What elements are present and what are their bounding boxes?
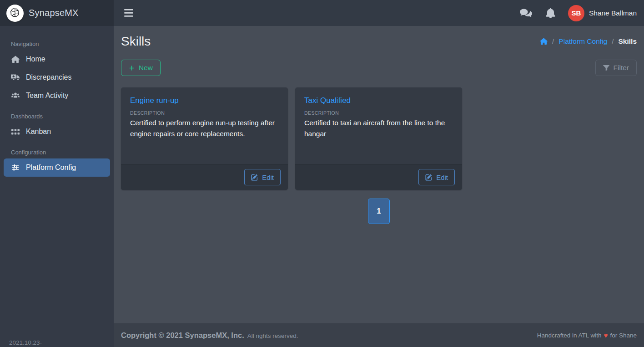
brand-link[interactable]: SynapseMX — [0, 0, 114, 26]
brain-logo-icon — [6, 5, 24, 22]
sidebar-item-label: Team Activity — [26, 92, 68, 100]
footer-handcrafted-post: for Shane — [610, 332, 637, 339]
skill-card-body: Engine run-up DESCRIPTION Certified to p… — [121, 87, 288, 164]
plus-icon — [129, 65, 135, 71]
skill-description: Certified to taxi an aircraft from the l… — [304, 117, 453, 139]
sidebar-section-configuration: Configuration — [11, 149, 103, 156]
sidebar-item-label: Platform Config — [26, 163, 76, 172]
content-area: Skills / Platform Config / Skills — [114, 26, 644, 323]
messages-icon[interactable] — [520, 8, 532, 18]
description-field-label: DESCRIPTION — [130, 110, 279, 116]
title-row: Skills / Platform Config / Skills — [121, 34, 637, 48]
sidebar-section-navigation: Navigation — [11, 41, 103, 47]
filter-funnel-icon — [603, 65, 609, 71]
skill-card-title-link[interactable]: Engine run-up — [130, 96, 179, 105]
sidebar-item-team-activity[interactable]: Team Activity — [0, 87, 114, 105]
main-area: Skills / Platform Config / Skills — [114, 26, 644, 347]
breadcrumb-separator: / — [552, 37, 554, 46]
footer: Copyright © 2021 SynapseMX, Inc. All rig… — [114, 323, 644, 347]
sidebar-item-label: Discrepancies — [26, 73, 71, 82]
user-name[interactable]: Shane Ballman — [589, 9, 637, 17]
edit-button[interactable]: Edit — [418, 169, 455, 185]
pagination-page-1-button[interactable]: 1 — [368, 199, 390, 224]
sidebar-item-label: Kanban — [26, 128, 51, 136]
footer-left: Copyright © 2021 SynapseMX, Inc. All rig… — [121, 331, 298, 340]
breadcrumb-separator: / — [612, 37, 614, 46]
breadcrumb-link-platform-config[interactable]: Platform Config — [558, 37, 607, 46]
brand-name: SynapseMX — [29, 8, 79, 18]
pen-square-icon — [251, 174, 258, 181]
breadcrumb: / Platform Config / Skills — [540, 37, 637, 46]
skill-description: Certified to perform engine run-up testi… — [130, 117, 279, 139]
notifications-bell-icon[interactable] — [546, 8, 555, 19]
sidebar: Navigation Home Discrepancies — [0, 26, 114, 347]
edit-button-label: Edit — [262, 174, 274, 181]
skill-card-title-link[interactable]: Taxi Qualified — [304, 96, 351, 105]
pagination: 1 — [121, 199, 637, 224]
description-field-label: DESCRIPTION — [304, 110, 453, 116]
grid-cells-icon — [11, 128, 20, 135]
edit-button[interactable]: Edit — [244, 169, 281, 185]
header-bar: SB Shane Ballman — [114, 0, 644, 26]
breadcrumb-home-icon[interactable] — [540, 38, 548, 45]
page-title: Skills — [121, 34, 151, 48]
pen-square-icon — [425, 174, 432, 181]
user-avatar[interactable]: SB — [568, 5, 584, 21]
footer-copyright: Copyright © 2021 SynapseMX, Inc. — [121, 331, 244, 340]
skill-card-footer: Edit — [295, 164, 462, 190]
heart-icon: ♥ — [604, 332, 608, 339]
skill-card: Taxi Qualified DESCRIPTION Certified to … — [295, 87, 462, 190]
sidebar-section-dashboards: Dashboards — [11, 113, 103, 120]
sidebar-item-home[interactable]: Home — [0, 50, 114, 68]
ambulance-icon — [11, 74, 20, 81]
footer-handcrafted: Handcrafted in ATL with ♥ for Shane — [537, 332, 637, 339]
top-bar: SynapseMX SB Shane Ballman — [0, 0, 644, 26]
edit-button-label: Edit — [436, 174, 448, 181]
sidebar-toggle-hamburger-icon[interactable] — [124, 9, 133, 17]
sidebar-item-label: Home — [26, 55, 45, 63]
skill-card: Engine run-up DESCRIPTION Certified to p… — [121, 87, 288, 190]
filter-button-label: Filter — [614, 64, 629, 72]
sliders-icon — [11, 164, 20, 171]
filter-button[interactable]: Filter — [595, 60, 637, 76]
users-icon — [11, 92, 20, 99]
sidebar-item-platform-config[interactable]: Platform Config — [4, 158, 110, 177]
sidebar-item-kanban[interactable]: Kanban — [0, 122, 114, 141]
footer-rights: All rights reserved. — [247, 332, 298, 339]
new-button-label: New — [139, 64, 153, 72]
footer-handcrafted-pre: Handcrafted in ATL with — [537, 332, 602, 339]
home-icon — [11, 56, 20, 63]
skill-card-body: Taxi Qualified DESCRIPTION Certified to … — [295, 87, 462, 164]
actions-row: New Filter — [121, 60, 637, 76]
cards-row: Engine run-up DESCRIPTION Certified to p… — [121, 87, 637, 190]
new-button[interactable]: New — [121, 60, 161, 76]
skill-card-footer: Edit — [121, 164, 288, 190]
build-version-text: 2021.10.23- — [9, 339, 42, 346]
sidebar-item-discrepancies[interactable]: Discrepancies — [0, 68, 114, 87]
breadcrumb-current: Skills — [619, 37, 637, 46]
